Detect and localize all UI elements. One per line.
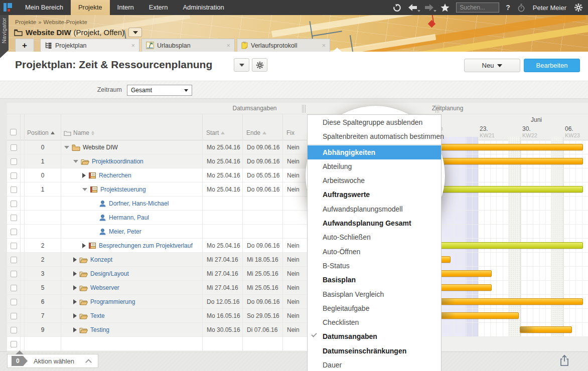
zeitraum-select[interactable]: Gesamt xyxy=(127,85,192,96)
row-name-link[interactable]: Texte xyxy=(90,312,105,319)
app-logo-icon[interactable] xyxy=(3,2,14,13)
select-all-checkbox[interactable] xyxy=(10,129,17,135)
menu-item-abteilung[interactable]: Abteilung xyxy=(308,159,441,173)
table-row[interactable]: 5WebserverMi 27.04.16Mi 25.05.16Nein xyxy=(7,281,307,295)
row-name-link[interactable]: Meier, Peter xyxy=(109,228,141,235)
menu-item-diese-spaltegruppe-ausblenden[interactable]: Diese Spaltegruppe ausblenden xyxy=(308,115,441,129)
menu-item-dauer[interactable]: Dauer xyxy=(308,358,441,371)
bearbeiten-button[interactable]: Bearbeiten xyxy=(524,59,580,72)
nav-item-mein-bereich[interactable]: Mein Bereich xyxy=(18,0,71,15)
gantt-bar[interactable] xyxy=(435,270,492,277)
table-row[interactable]: 6ProgrammierungDo 12.05.16Do 09.06.16Nei… xyxy=(7,295,307,309)
column-header-start[interactable]: Start xyxy=(206,129,225,136)
expand-icon[interactable] xyxy=(73,313,77,318)
datumsangaben-group-label[interactable]: Datumsangaben xyxy=(202,105,307,112)
menu-item-auto-öffnen[interactable]: Auto-Öffnen xyxy=(308,245,441,259)
column-group-header[interactable]: Datumsangaben xyxy=(7,103,307,114)
menu-item-begleitaufgabe[interactable]: Begleitaufgabe xyxy=(308,301,441,315)
row-name-link[interactable]: Dorfner, Hans-Michael xyxy=(109,200,169,207)
row-checkbox[interactable] xyxy=(11,243,17,249)
column-header-fix[interactable]: Fix xyxy=(286,129,295,136)
row-checkbox[interactable] xyxy=(11,158,17,165)
menu-item-arbeitswoche[interactable]: Arbeitswoche xyxy=(308,173,441,188)
menu-item-datumseinschränkungen[interactable]: Datumseinschränkungen xyxy=(308,344,441,358)
table-row[interactable]: 1ProjektsteuerungMo 25.04.16Do 09.06.16N… xyxy=(7,182,307,197)
project-name[interactable]: Website DIW xyxy=(26,28,71,37)
row-checkbox[interactable] xyxy=(11,201,17,207)
table-row[interactable]: 1ProjektkoordinationMo 25.04.16Do 09.06.… xyxy=(7,154,307,168)
row-checkbox[interactable] xyxy=(11,144,17,151)
table-row[interactable]: Dorfner, Hans-Michael xyxy=(7,197,307,211)
close-icon[interactable]: × xyxy=(318,42,326,49)
star-icon[interactable] xyxy=(437,0,453,15)
collapse-icon[interactable] xyxy=(73,160,78,163)
close-icon[interactable]: × xyxy=(222,42,230,49)
nav-item-administration[interactable]: Administration xyxy=(175,0,231,15)
row-checkbox[interactable] xyxy=(11,327,17,333)
row-checkbox[interactable] xyxy=(11,313,17,319)
expand-icon[interactable] xyxy=(73,327,77,332)
neu-button[interactable]: Neu xyxy=(464,59,520,72)
project-menu-button[interactable] xyxy=(128,28,142,37)
gantt-bar[interactable] xyxy=(435,298,583,305)
row-checkbox[interactable] xyxy=(11,215,17,221)
row-checkbox[interactable] xyxy=(11,271,17,277)
gantt-bar[interactable] xyxy=(435,242,583,249)
title-dropdown-button[interactable] xyxy=(234,58,249,72)
tab-urlaubsplan[interactable]: Urlaubsplan× xyxy=(141,39,235,52)
tab-projektplan[interactable]: Projektplan× xyxy=(40,39,139,52)
navigator-strip[interactable]: Navigator xyxy=(0,15,9,50)
user-menu[interactable]: Peter Meier xyxy=(529,4,570,12)
back-icon[interactable] xyxy=(405,0,421,15)
menu-item-auto-schließen[interactable]: Auto-Schließen xyxy=(308,230,441,244)
table-row[interactable]: 2KonzeptMi 27.04.16Mi 18.05.16Nein xyxy=(7,253,307,267)
page-settings-gear-icon[interactable] xyxy=(252,58,267,72)
nav-item-extern[interactable]: Extern xyxy=(141,0,176,15)
row-name-link[interactable]: Design/Layout xyxy=(90,270,129,277)
table-row[interactable]: 2Besprechungen zum ProjektverlaufMo 25.0… xyxy=(7,239,307,253)
row-checkbox[interactable] xyxy=(11,341,17,347)
column-group-splitter[interactable] xyxy=(302,105,306,113)
row-name-link[interactable]: Website DIW xyxy=(83,144,118,151)
gantt-bar[interactable] xyxy=(435,144,583,150)
row-name-link[interactable]: Besprechungen zum Projektverlauf xyxy=(99,242,193,249)
gantt-bar[interactable] xyxy=(435,284,492,291)
menu-item-auftragswerte[interactable]: Auftragswerte xyxy=(308,188,441,202)
expand-icon[interactable] xyxy=(82,173,86,178)
column-header-position[interactable]: Position xyxy=(27,129,55,136)
action-select[interactable]: 0 Aktion wählen xyxy=(7,354,98,368)
menu-item-spaltenbreiten-automatisch-bestimmen[interactable]: Spaltenbreiten automatisch bestimmen xyxy=(308,129,441,143)
column-header-name[interactable]: Name xyxy=(64,129,94,136)
menu-item-b-status[interactable]: B-Status xyxy=(308,259,441,273)
row-name-link[interactable]: Projektsteuerung xyxy=(100,186,146,193)
breadcrumb-root[interactable]: Projekte xyxy=(15,19,36,25)
expand-icon[interactable] xyxy=(73,257,77,262)
menu-item-basisplan-vergleich[interactable]: Basisplan Vergleich xyxy=(308,287,441,301)
row-name-link[interactable]: Programmierung xyxy=(90,298,135,305)
table-row[interactable]: Hermann, Paul xyxy=(7,211,307,225)
gantt-bar[interactable] xyxy=(435,158,583,164)
row-name-link[interactable]: Hermann, Paul xyxy=(109,214,149,221)
expand-icon[interactable] xyxy=(73,285,77,290)
menu-item-basisplan[interactable]: Basisplan xyxy=(308,273,441,287)
table-row[interactable]: Meier, Peter xyxy=(7,225,307,239)
gantt-bar[interactable] xyxy=(435,312,519,319)
table-row[interactable]: 0RecherchenMo 25.04.16Do 05.05.16Nein xyxy=(7,168,307,182)
row-checkbox[interactable] xyxy=(11,285,17,291)
menu-item-checklisten[interactable]: Checklisten xyxy=(308,315,441,329)
row-checkbox[interactable] xyxy=(11,172,17,179)
breadcrumb-current[interactable]: Website-Projekte xyxy=(44,19,87,25)
row-checkbox[interactable] xyxy=(11,257,17,263)
row-checkbox[interactable] xyxy=(11,299,17,305)
row-name-link[interactable]: Testing xyxy=(90,326,109,333)
row-name-link[interactable]: Konzept xyxy=(90,256,112,263)
expand-icon[interactable] xyxy=(73,299,77,304)
collapse-icon[interactable] xyxy=(82,188,87,191)
refresh-icon[interactable] xyxy=(389,0,405,15)
menu-item-abhängigkeiten[interactable]: Abhängigkeiten xyxy=(308,145,441,159)
export-icon[interactable] xyxy=(559,354,571,367)
search-input[interactable] xyxy=(456,3,499,13)
row-name-link[interactable]: Webserver xyxy=(90,284,119,291)
collapse-icon[interactable] xyxy=(64,146,69,149)
expand-icon[interactable] xyxy=(82,243,86,248)
